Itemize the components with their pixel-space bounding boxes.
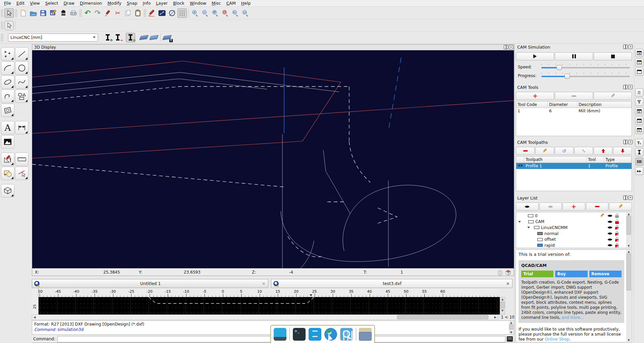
collapse-arrow-icon[interactable] bbox=[527, 227, 530, 228]
zoom-in-button[interactable]: + bbox=[191, 8, 200, 18]
col-description[interactable]: Description bbox=[577, 102, 632, 108]
layer-row-0[interactable]: 0 bbox=[518, 213, 626, 219]
close-panel-icon[interactable]: × bbox=[628, 195, 633, 200]
grid-toggle-button[interactable] bbox=[177, 8, 187, 18]
scroll-up-icon[interactable]: ▲ bbox=[509, 321, 514, 324]
new-file-button[interactable] bbox=[18, 8, 28, 18]
menu-dimension[interactable]: Dimension bbox=[77, 0, 105, 6]
add-tool-button[interactable] bbox=[516, 92, 554, 100]
scroll-up-icon[interactable]: ▲ bbox=[626, 213, 631, 216]
nesting-button[interactable] bbox=[139, 33, 149, 42]
regenerate-toolpath-button[interactable]: ↺ bbox=[555, 147, 574, 155]
property-pencil-button[interactable] bbox=[147, 8, 157, 18]
layer-row-rapid[interactable]: rapid bbox=[518, 242, 626, 248]
menu-modify[interactable]: Modify bbox=[105, 0, 124, 6]
erase-button[interactable] bbox=[103, 8, 112, 18]
scroll-right-icon[interactable]: ▶ bbox=[493, 316, 498, 319]
close-panel-icon[interactable]: × bbox=[628, 45, 633, 49]
speed-slider-handle[interactable] bbox=[556, 65, 562, 70]
remove-tool-button[interactable] bbox=[555, 92, 593, 100]
construction-circle-button[interactable] bbox=[167, 8, 177, 18]
draw-settings-button[interactable] bbox=[1, 153, 14, 166]
scrollbar-track[interactable] bbox=[37, 315, 493, 320]
web-browser-icon[interactable] bbox=[324, 328, 337, 341]
zoom-previous-button[interactable]: ← bbox=[231, 8, 240, 18]
col-diameter[interactable]: Diameter bbox=[548, 102, 577, 108]
show-desktop-icon[interactable] bbox=[274, 328, 286, 341]
zoom-window-button[interactable]: ▭ bbox=[241, 8, 250, 18]
3d-view-toggle-icon[interactable]: 3D bbox=[635, 158, 643, 166]
canvas-vertical-scrollbar[interactable]: ▲ ▼ bbox=[500, 297, 505, 315]
scroll-thumb[interactable] bbox=[500, 302, 504, 308]
close-test3-icon[interactable]: × bbox=[505, 281, 510, 286]
edit-toolpath-button[interactable] bbox=[535, 147, 554, 155]
command-history-value[interactable]: simulation3d bbox=[58, 327, 84, 332]
close-panel-icon[interactable]: × bbox=[628, 85, 633, 89]
menu-help[interactable]: Help bbox=[238, 0, 254, 6]
list-view-icon[interactable]: ☰ bbox=[635, 89, 643, 97]
add-layer-button[interactable] bbox=[562, 203, 585, 211]
col-toolpath[interactable]: Toolpath bbox=[524, 157, 587, 163]
selection-filter-icon[interactable] bbox=[635, 98, 643, 106]
shape-tool-button[interactable] bbox=[15, 90, 29, 103]
command-options-icon[interactable] bbox=[507, 336, 513, 342]
block-list-icon[interactable] bbox=[635, 58, 643, 66]
cam-toolpaths-titlebar[interactable]: CAM Toolpaths × bbox=[515, 139, 633, 146]
copy-button[interactable] bbox=[123, 8, 132, 18]
col-tool[interactable]: Tool bbox=[587, 157, 604, 163]
undo-button[interactable]: ↶ bbox=[83, 8, 92, 18]
layer-visible-icon[interactable] bbox=[607, 220, 613, 224]
hide-all-layers-button[interactable] bbox=[539, 203, 562, 211]
library-browser-icon[interactable] bbox=[635, 49, 643, 57]
2d-drawing-canvas[interactable] bbox=[39, 297, 500, 315]
solid-3d-tool-button[interactable] bbox=[1, 184, 14, 197]
remove-button[interactable]: Remove bbox=[589, 271, 622, 277]
circle-tool-button[interactable] bbox=[15, 61, 29, 75]
pencil-icon[interactable] bbox=[600, 213, 605, 218]
spline-tool-button[interactable] bbox=[15, 75, 29, 89]
cam-configuration-button[interactable]: ⚙ bbox=[103, 33, 112, 42]
3d-simulation-canvas[interactable] bbox=[32, 50, 514, 268]
menu-layer[interactable]: Layer bbox=[153, 0, 170, 6]
close-window-icon[interactable]: × bbox=[509, 45, 513, 49]
scroll-thumb[interactable] bbox=[397, 315, 488, 319]
clipboard-panel-icon[interactable] bbox=[635, 126, 643, 134]
layer-visible-icon[interactable] bbox=[607, 238, 613, 241]
test3-window-titlebar[interactable]: test3.dxf × bbox=[271, 279, 513, 288]
scroll-down-icon[interactable]: ▼ bbox=[509, 331, 514, 334]
print-preview-button[interactable] bbox=[69, 8, 78, 18]
col-tool-code[interactable]: Tool Code bbox=[516, 102, 548, 108]
collapse-arrow-icon[interactable] bbox=[518, 221, 521, 223]
edit-layer-button[interactable] bbox=[609, 203, 632, 211]
cam-export-button[interactable]: ➜ bbox=[113, 33, 122, 42]
ellipse-tool-button[interactable] bbox=[1, 75, 14, 89]
save-button[interactable] bbox=[39, 8, 48, 18]
menu-cam[interactable]: CAM bbox=[224, 0, 238, 6]
show-all-layers-button[interactable] bbox=[516, 203, 539, 211]
simulation-playback-icon[interactable]: ▶▶ bbox=[635, 167, 643, 175]
cam-tools-header[interactable]: Tool Code Diameter Description bbox=[516, 102, 632, 108]
image-tool-button[interactable] bbox=[1, 135, 14, 149]
float-panel-icon[interactable] bbox=[623, 195, 628, 200]
menu-block[interactable]: Block bbox=[170, 0, 187, 6]
history-scrollbar[interactable]: ▲ ▼ bbox=[509, 321, 514, 334]
close-panel-icon[interactable]: × bbox=[628, 140, 633, 144]
nesting-text-button[interactable]: T bbox=[162, 33, 172, 42]
selection-tool-button[interactable] bbox=[4, 8, 14, 18]
layer-list-titlebar[interactable]: Layer List × bbox=[515, 195, 633, 201]
online-shop-link[interactable]: Online Shop bbox=[545, 337, 569, 342]
zoom-selection-button[interactable]: ⊡ bbox=[221, 8, 230, 18]
layer-scrollbar[interactable]: ▲ ▼ bbox=[626, 213, 631, 247]
toolpath-settings-button[interactable]: 🔧︎ bbox=[574, 147, 593, 155]
scroll-down-icon[interactable]: ▼ bbox=[626, 339, 631, 342]
scroll-up-icon[interactable]: ▲ bbox=[626, 250, 631, 253]
isometric-view-icon[interactable] bbox=[505, 270, 511, 276]
measure-tool-button[interactable] bbox=[15, 153, 29, 166]
pause-button[interactable] bbox=[555, 52, 593, 60]
canvas-horizontal-scrollbar[interactable]: ◀ ▶ bbox=[32, 315, 498, 320]
cam-simulation-button[interactable]: ◎ bbox=[126, 33, 135, 42]
arc-tool-button[interactable] bbox=[1, 61, 14, 75]
stop-button[interactable] bbox=[594, 52, 632, 60]
point-tool-button[interactable] bbox=[1, 47, 14, 61]
hatch-tool-button[interactable] bbox=[1, 104, 14, 117]
